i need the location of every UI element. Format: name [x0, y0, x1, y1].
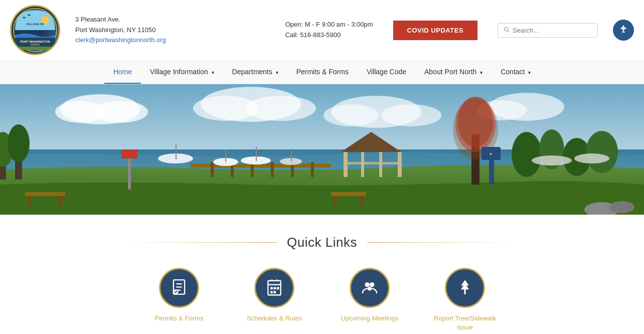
- chevron-down-icon: ▾: [528, 70, 531, 75]
- schedules-rules-label: Schedules & Rules: [247, 314, 302, 323]
- site-header: PORT WASHINGTON NORTH VILLAGE OF 3 Pleas…: [0, 0, 644, 61]
- report-tree-icon-wrap: [445, 268, 485, 308]
- svg-text:VILLAGE OF: VILLAGE OF: [26, 23, 44, 26]
- svg-rect-75: [270, 291, 273, 293]
- quick-links-title: Quick Links: [287, 235, 357, 250]
- svg-point-61: [586, 131, 618, 173]
- svg-rect-44: [291, 148, 292, 161]
- search-icon: [503, 26, 510, 35]
- svg-point-68: [609, 201, 634, 213]
- svg-point-58: [512, 132, 542, 177]
- address-line2: Port Washington, NY 11050: [75, 25, 275, 36]
- quick-link-upcoming-meetings[interactable]: Upcoming Meetings: [337, 268, 402, 332]
- logo-svg: PORT WASHINGTON NORTH VILLAGE OF: [13, 8, 58, 53]
- svg-text:P: P: [490, 152, 492, 156]
- chevron-down-icon: ▾: [212, 70, 214, 75]
- svg-rect-30: [344, 162, 402, 164]
- nav-link-village-code[interactable]: Village Code: [358, 61, 415, 83]
- accessibility-icon: [618, 25, 629, 36]
- svg-point-10: [93, 101, 148, 123]
- hero-image: P: [0, 84, 644, 215]
- address-line1: 3 Pleasant Ave.: [75, 15, 275, 25]
- main-nav: Home Village Information ▾ Departments ▾…: [0, 61, 644, 84]
- quick-links-title-wrap: Quick Links: [10, 235, 634, 250]
- svg-rect-72: [270, 287, 273, 289]
- covid-updates-button[interactable]: COVID UPDATES: [393, 21, 477, 40]
- chevron-down-icon: ▾: [480, 70, 482, 75]
- svg-rect-47: [121, 149, 137, 158]
- svg-point-23: [8, 124, 30, 162]
- nav-list: Home Village Information ▾ Departments ▾…: [104, 61, 540, 84]
- svg-rect-37: [311, 162, 314, 177]
- svg-rect-76: [273, 291, 276, 293]
- svg-rect-49: [28, 196, 32, 206]
- email-link[interactable]: clerk@portwashingtonnorth.org: [75, 36, 166, 44]
- svg-rect-53: [360, 196, 364, 206]
- nav-item-village-information: Village Information ▾: [141, 61, 223, 84]
- svg-point-78: [370, 282, 375, 287]
- accessibility-button[interactable]: [613, 20, 634, 41]
- logo-area: PORT WASHINGTON NORTH VILLAGE OF: [10, 5, 65, 55]
- permits-forms-icon: [170, 278, 189, 297]
- svg-rect-35: [271, 162, 274, 177]
- svg-rect-45: [176, 144, 177, 159]
- permits-forms-label: Permits & Forms: [155, 314, 204, 323]
- svg-point-57: [458, 97, 493, 147]
- svg-point-6: [622, 26, 624, 28]
- svg-point-62: [532, 155, 572, 165]
- schedules-rules-icon-wrap: [254, 268, 294, 308]
- svg-rect-43: [256, 147, 257, 161]
- nav-item-village-code: Village Code: [358, 61, 415, 84]
- quick-links-row-1: Permits & Forms Schedules & Rules: [10, 268, 634, 332]
- nav-item-about: About Port North ▾: [415, 61, 492, 84]
- svg-point-16: [381, 104, 441, 126]
- nav-item-departments: Departments ▾: [223, 61, 287, 84]
- nav-link-permits[interactable]: Permits & Forms: [287, 61, 358, 83]
- upcoming-meetings-label: Upcoming Meetings: [341, 314, 399, 323]
- hours-text: Open: M - F 9:00 am - 3:00pm: [285, 20, 373, 30]
- quick-link-schedules-rules[interactable]: Schedules & Rules: [242, 268, 307, 332]
- nav-link-contact[interactable]: Contact ▾: [492, 61, 540, 83]
- address-block: 3 Pleasant Ave. Port Washington, NY 1105…: [75, 15, 275, 46]
- hours-block: Open: M - F 9:00 am - 3:00pm Call: 516-8…: [285, 20, 373, 41]
- svg-text:NORTH: NORTH: [31, 43, 40, 46]
- chevron-down-icon: ▾: [276, 70, 278, 75]
- report-tree-label: Report Tree/Sidewalk Issue: [432, 314, 498, 332]
- quick-links-section: Quick Links Permits & Forms: [0, 215, 644, 334]
- permits-forms-icon-wrap: [159, 268, 199, 308]
- svg-rect-51: [331, 192, 366, 196]
- svg-point-13: [246, 96, 316, 121]
- nav-link-village-information[interactable]: Village Information ▾: [141, 61, 223, 83]
- search-input[interactable]: [513, 27, 592, 34]
- svg-rect-73: [273, 287, 276, 289]
- site-logo: PORT WASHINGTON NORTH VILLAGE OF: [10, 5, 60, 55]
- svg-rect-42: [225, 149, 226, 162]
- svg-point-77: [365, 282, 370, 287]
- svg-rect-52: [334, 196, 338, 206]
- svg-rect-74: [277, 287, 279, 289]
- upcoming-meetings-icon: [360, 278, 379, 297]
- nav-item-contact: Contact ▾: [492, 61, 540, 84]
- nav-item-home: Home: [104, 61, 141, 84]
- report-tree-icon: [455, 278, 474, 297]
- svg-point-63: [574, 153, 609, 163]
- nav-item-permits: Permits & Forms: [287, 61, 358, 84]
- search-area: [498, 23, 598, 38]
- hero-svg: P: [0, 84, 644, 215]
- svg-rect-50: [59, 196, 63, 206]
- title-line-left: [126, 242, 277, 243]
- nav-link-about[interactable]: About Port North ▾: [415, 61, 492, 83]
- upcoming-meetings-icon-wrap: [350, 268, 390, 308]
- nav-link-departments[interactable]: Departments ▾: [223, 61, 287, 83]
- nav-link-home[interactable]: Home: [104, 61, 141, 84]
- schedules-rules-icon: [265, 278, 284, 297]
- quick-link-report-tree[interactable]: Report Tree/Sidewalk Issue: [432, 268, 498, 332]
- quick-link-permits-forms[interactable]: Permits & Forms: [146, 268, 212, 332]
- svg-point-15: [324, 104, 379, 126]
- title-line-right: [367, 242, 518, 243]
- svg-point-79: [368, 287, 372, 291]
- phone-text: Call: 516-883-5900: [285, 30, 373, 41]
- svg-rect-48: [25, 192, 65, 196]
- svg-rect-32: [211, 162, 214, 177]
